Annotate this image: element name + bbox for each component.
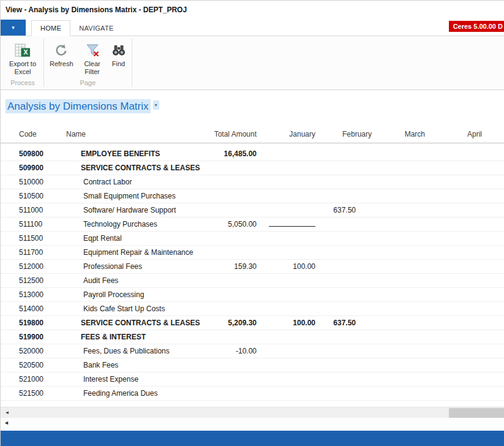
cell-code[interactable]: 519900 [1,330,66,344]
scroll-left-arrow-icon[interactable]: ◄ [4,420,9,426]
table-row[interactable]: 514000Kids Cafe Start Up Costs [1,302,504,316]
cell-name[interactable]: Bank Fees [66,358,207,372]
page-title-dropdown-icon[interactable]: ▾ [153,100,159,110]
ribbon: X Export to Excel Process [1,36,504,90]
cell-code[interactable]: 520000 [1,344,66,358]
cell-name[interactable]: Payroll Processing [66,288,207,301]
cell-total[interactable]: 5,050.00 [207,217,258,231]
clear-filter-icon [85,42,100,58]
page-horizontal-scrollbar[interactable]: ◄ [1,418,504,431]
column-header-april[interactable]: April [426,130,483,138]
table-row[interactable]: 520500Bank Fees [1,358,504,372]
table-row[interactable]: 512000Professional Fees159.30100.00 [1,260,504,274]
cell-feb[interactable]: 637.50 [317,203,373,217]
cell-code[interactable]: 511000 [1,203,66,217]
page-title-row: Analysis by Dimensions Matrix▾ [1,90,504,117]
table-row[interactable]: 519800SERVICE CONTRACTS & LEASES5,209.30… [1,316,504,330]
cell-name[interactable]: FEES & INTEREST [66,330,207,344]
table-row[interactable]: 511700Equipment Repair & Maintenance [1,246,504,260]
table-row[interactable]: 511500Eqpt Rental [1,232,504,246]
cell-code[interactable]: 511700 [1,246,66,259]
cell-name[interactable]: Kids Cafe Start Up Costs [66,302,207,316]
scrollbar-thumb[interactable] [449,408,504,418]
cell-name[interactable]: Audit Fees [66,274,207,287]
matrix-horizontal-scrollbar[interactable]: ◄ [1,407,504,418]
cell-code[interactable]: 514000 [1,302,66,316]
chevron-down-icon: ▾ [12,25,15,31]
refresh-label: Refresh [50,60,73,68]
table-row[interactable]: 511100Technology Purchases5,050.00 [1,217,504,232]
export-to-excel-button[interactable]: X Export to Excel [3,40,42,78]
cell-code[interactable]: 510500 [1,189,66,203]
refresh-button[interactable]: Refresh [45,40,78,70]
table-row[interactable]: 512500Audit Fees [1,274,504,288]
cell-jan[interactable]: 100.00 [258,260,317,273]
cell-name[interactable]: Small Equipment Purchases [66,189,207,203]
cell-code[interactable]: 509800 [1,147,66,161]
cell-feb[interactable]: 637.50 [317,316,373,330]
table-row[interactable]: 521500Feeding America Dues [1,387,504,401]
cell-name[interactable]: EMPLOYEE BENEFITS [66,147,207,161]
cell-code[interactable]: 521000 [1,372,66,386]
cell-name[interactable]: Professional Fees [66,260,207,273]
table-row[interactable]: 510500Small Equipment Purchases [1,189,504,203]
cell-code[interactable]: 511500 [1,232,66,245]
cell-code[interactable]: 512500 [1,274,66,287]
clear-filter-button[interactable]: Clear Filter [78,40,107,78]
column-header-february[interactable]: February [317,130,373,138]
table-row[interactable]: 513000Payroll Processing [1,288,504,302]
app-menu-button[interactable]: ▾ [1,20,26,36]
cell-code[interactable]: 520500 [1,358,66,372]
cell-name[interactable]: Contract Labor [66,175,207,189]
cell-total[interactable]: 159.30 [207,260,258,273]
cell-jan[interactable]: 100.00 [258,316,317,330]
cell-name[interactable]: Eqpt Rental [66,232,207,245]
column-header-total-amount[interactable]: Total Amount [207,130,258,138]
column-header-name[interactable]: Name [66,130,207,138]
cell-name[interactable]: SERVICE CONTRACTS & LEASES [66,161,207,175]
cell-code[interactable]: 519800 [1,316,66,330]
table-row[interactable]: 519900FEES & INTEREST [1,330,504,344]
application-window: View - Analysis by Dimensions Matrix - D… [0,0,504,446]
cell-code[interactable]: 512000 [1,260,66,273]
page-title: Analysis by Dimensions Matrix [6,99,151,113]
scroll-left-arrow-icon[interactable]: ◄ [2,407,12,418]
table-row[interactable]: 509900SERVICE CONTRACTS & LEASES [1,161,504,175]
ribbon-separator [43,39,44,87]
table-row[interactable]: 521000Interest Expense [1,372,504,387]
ribbon-separator [132,39,132,87]
cell-name[interactable]: Technology Purchases [66,217,207,231]
cell-code[interactable]: 510000 [1,175,66,189]
cell-name[interactable]: Software/ Hardware Support [66,203,207,217]
column-header-code[interactable]: Code [1,130,66,138]
cell-jan[interactable] [258,217,317,231]
cell-name[interactable]: Fees, Dues & Publications [66,344,207,358]
cell-total[interactable]: 16,485.00 [207,147,258,161]
tab-navigate[interactable]: NAVIGATE [70,21,122,36]
group-label-page: Page [45,78,130,89]
table-row[interactable]: 511000Software/ Hardware Support637.50 [1,203,504,217]
table-row[interactable]: 509800EMPLOYEE BENEFITS16,485.00 [1,147,504,161]
column-header-january[interactable]: January [258,130,317,138]
find-label: Find [112,60,125,68]
cell-code[interactable]: 513000 [1,288,66,301]
cell-code[interactable]: 511100 [1,217,66,231]
cell-name[interactable]: SERVICE CONTRACTS & LEASES [66,316,207,330]
table-body: 509800EMPLOYEE BENEFITS16,485.00509900SE… [1,143,504,407]
cell-code[interactable]: 521500 [1,387,66,400]
cell-name[interactable]: Interest Expense [66,372,207,386]
tab-home[interactable]: HOME [31,20,70,36]
titlebar: View - Analysis by Dimensions Matrix - D… [1,1,504,19]
column-header-march[interactable]: March [373,130,426,138]
find-button[interactable]: Find [107,40,130,70]
table-row[interactable]: 510000Contract Labor [1,175,504,189]
cell-code[interactable]: 509900 [1,161,66,175]
table-row[interactable]: 520000Fees, Dues & Publications-10.00 [1,344,504,358]
table-header: CodeNameTotal AmountJanuaryFebruaryMarch… [1,125,504,143]
selected-cell-underline [269,220,315,227]
refresh-icon [54,42,69,58]
cell-total[interactable]: -10.00 [207,344,258,358]
cell-name[interactable]: Equipment Repair & Maintenance [66,246,207,259]
cell-total[interactable]: 5,209.30 [207,316,258,330]
cell-name[interactable]: Feeding America Dues [66,387,207,400]
